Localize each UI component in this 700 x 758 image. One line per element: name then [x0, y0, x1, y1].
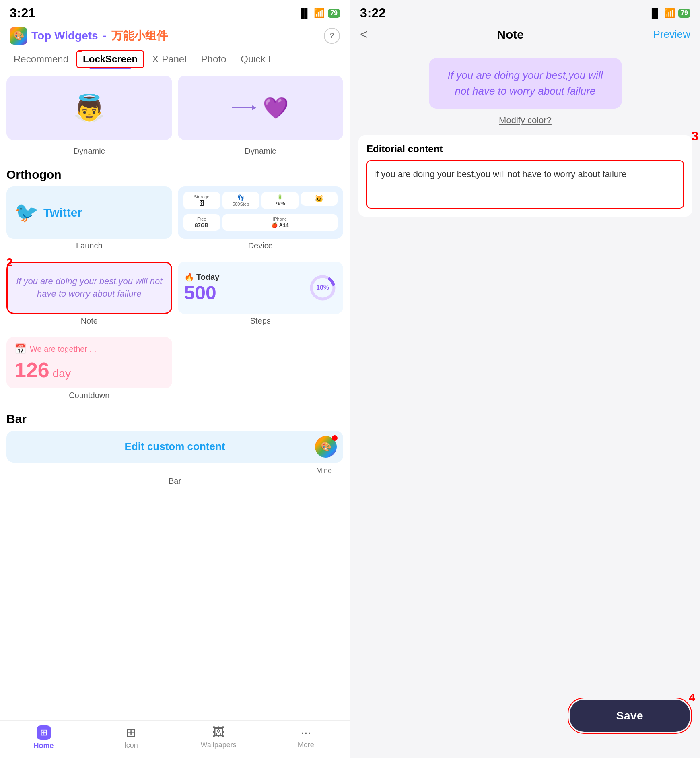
- app-title-en: Top Widgets: [31, 29, 98, 42]
- r-signal-icon: ▐▌: [649, 8, 661, 19]
- icon-nav-icon: ⊞: [126, 725, 136, 739]
- countdown-num: 126: [14, 358, 49, 382]
- annotation-4: 4: [689, 691, 695, 704]
- iphone-chip: 🍎 A14: [271, 222, 288, 228]
- annotation-2: 2: [6, 256, 13, 269]
- bottom-nav-home[interactable]: ⊞ Home: [0, 725, 87, 750]
- left-status-time: 3:21: [10, 6, 35, 21]
- dynamic-widget-2[interactable]: 💜: [178, 76, 344, 140]
- app-logo: 🎨 Top Widgets - 万能小组件: [10, 27, 168, 45]
- iphone-label: iPhone: [273, 217, 287, 221]
- mine-notification-dot: [332, 435, 338, 441]
- bar-section: Bar Edit custom content 🎨 Mine Bar: [6, 412, 343, 486]
- note-preview-section: If you are doing your best,you will not …: [350, 48, 700, 126]
- tab-recommend[interactable]: Recommend: [6, 50, 76, 69]
- countdown-label: Countdown: [6, 391, 172, 400]
- save-button[interactable]: Save: [570, 700, 690, 732]
- countdown-title: We are together ...: [30, 345, 96, 354]
- battery-badge: 79: [328, 9, 340, 18]
- launch-widget[interactable]: 🐦 Twitter: [6, 186, 172, 239]
- bar-widget-label: Bar: [6, 477, 343, 486]
- back-button[interactable]: <: [360, 27, 368, 42]
- lockscreen-tab-wrapper: LockScreen 1: [76, 50, 145, 69]
- battery-val: 79%: [275, 200, 285, 207]
- preview-button[interactable]: Preview: [653, 28, 690, 41]
- bar-widget[interactable]: Edit custom content 🎨: [6, 431, 343, 463]
- storage-cell: Storage 🗄: [183, 192, 220, 209]
- home-icon: ⊞: [37, 725, 51, 740]
- right-header: < Note Preview: [350, 24, 700, 48]
- arrow-icon: [232, 104, 256, 112]
- left-panel: 3:21 ▐▌ 📶 79 🎨 Top Widgets - 万能小组件 ? Rec…: [0, 0, 350, 758]
- tab-xpanel[interactable]: X-Panel: [145, 50, 194, 69]
- right-title: Note: [497, 28, 524, 41]
- countdown-widget[interactable]: 📅 We are together ... 126 day: [6, 337, 172, 388]
- steps-count: 500: [184, 282, 220, 304]
- bottom-nav: ⊞ Home ⊞ Icon 🖼 Wallpapers ··· More: [0, 720, 350, 758]
- steps-info: 🔥 Today 500: [184, 272, 220, 304]
- note-widget-text: If you are doing your best,you will not …: [16, 275, 163, 300]
- left-status-icons: ▐▌ 📶 79: [298, 8, 340, 19]
- help-button[interactable]: ?: [324, 28, 340, 44]
- steps-widget[interactable]: 🔥 Today 500 10%: [178, 262, 344, 314]
- note-preview-bubble: If you are doing your best,you will not …: [429, 58, 622, 109]
- note-widget[interactable]: If you are doing your best,you will not …: [6, 262, 172, 314]
- save-button-wrapper: Save: [568, 698, 692, 734]
- icon-label: Icon: [124, 741, 138, 750]
- note-label: Note: [6, 316, 172, 326]
- countdown-days: 126 day: [14, 358, 164, 382]
- app-title: Top Widgets - 万能小组件: [31, 28, 168, 43]
- save-section: 4 Save: [568, 698, 692, 734]
- bar-edit-text: Edit custom content: [125, 440, 225, 453]
- nav-tabs: Recommend LockScreen 1 X-Panel Photo Qui…: [0, 50, 350, 69]
- right-status-bar: 3:22 ▐▌ 📶 79: [350, 0, 700, 24]
- dynamic-widget-1[interactable]: 👼: [6, 76, 172, 140]
- annotation-3: 3: [691, 129, 698, 144]
- angel-icon: 👼: [73, 93, 105, 123]
- bottom-nav-more[interactable]: ··· More: [262, 725, 350, 750]
- wifi-icon: 📶: [314, 8, 325, 19]
- tab-photo[interactable]: Photo: [194, 50, 234, 69]
- device-widget[interactable]: Storage 🗄 👣 500Step 🔋 79% 🐱: [178, 186, 344, 239]
- svg-marker-1: [252, 105, 256, 110]
- editorial-content-box[interactable]: If you are doing your best,you will not …: [366, 160, 684, 209]
- wallpapers-label: Wallpapers: [200, 741, 236, 749]
- orthogon-row2: 2 If you are doing your best,you will no…: [6, 262, 343, 331]
- countdown-day-label: day: [53, 367, 71, 380]
- right-panel: 3:22 ▐▌ 📶 79 < Note Preview If you are d…: [350, 0, 700, 758]
- mine-label: Mine: [6, 467, 343, 475]
- home-label: Home: [34, 741, 54, 750]
- steps-pct: 10%: [316, 284, 329, 291]
- countdown-top: 📅 We are together ...: [14, 343, 164, 355]
- orthogon-row1: 🐦 Twitter Launch Storage 🗄 👣 500Step: [6, 186, 343, 256]
- bottom-nav-wallpapers[interactable]: 🖼 Wallpapers: [175, 725, 262, 750]
- signal-icon: ▐▌: [298, 8, 311, 19]
- free-label: Free: [197, 217, 206, 221]
- cat-cell: 🐱: [301, 192, 338, 206]
- steps-cell: 👣 500Step: [222, 192, 259, 209]
- bottom-nav-icon[interactable]: ⊞ Icon: [87, 725, 175, 750]
- modify-color-link[interactable]: Modify color?: [499, 115, 552, 126]
- content-area: 👼 💜 Dynamic Dynamic Orthogon 🐦 Twitter: [0, 69, 350, 720]
- free-cell: Free 87GB: [183, 214, 220, 231]
- twitter-bird-icon: 🐦: [14, 201, 39, 224]
- steps-circle: 10%: [309, 274, 337, 302]
- tab-lockscreen[interactable]: LockScreen: [76, 50, 145, 69]
- more-label: More: [298, 741, 314, 749]
- tab-quick[interactable]: Quick I: [233, 50, 278, 69]
- right-status-icons: ▐▌ 📶 79: [649, 8, 690, 19]
- wallpapers-nav-icon: 🖼: [212, 725, 224, 739]
- steps-label: Steps: [178, 316, 344, 326]
- left-status-bar: 3:21 ▐▌ 📶 79: [0, 0, 350, 24]
- right-status-time: 3:22: [360, 6, 386, 21]
- iphone-cell: iPhone 🍎 A14: [222, 214, 338, 231]
- r-wifi-icon: 📶: [664, 8, 675, 19]
- storage-label: Storage: [194, 194, 210, 199]
- r-battery-badge: 79: [678, 9, 690, 18]
- mine-badge: 🎨: [315, 436, 337, 458]
- orthogon-section-header: Orthogon: [6, 168, 343, 182]
- more-nav-icon: ···: [301, 725, 311, 739]
- app-title-dash: -: [100, 29, 110, 42]
- editorial-label: Editorial content: [366, 143, 684, 155]
- dynamic-widgets: 👼 💜: [6, 76, 343, 140]
